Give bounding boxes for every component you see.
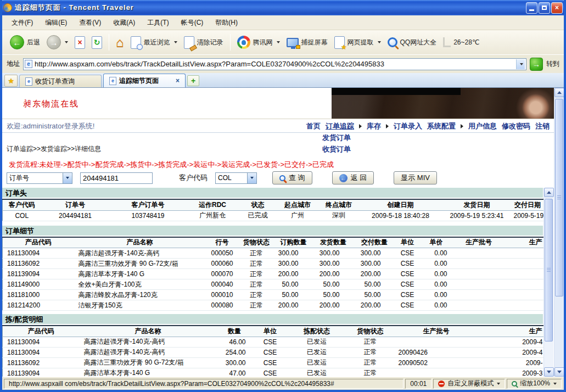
inner-scrollbar-thumb[interactable] [545,199,553,341]
nav-order-entry[interactable]: 订单录入 [394,121,422,131]
cell: 2009-5-19 8 [512,210,543,221]
inner-scroll-down-button[interactable] [544,367,554,377]
order-detail-table: 产品代码产品名称行号货物状态订购数量发货数量交付数量单位单价生产批号生产 181… [2,237,543,311]
go-button[interactable]: → [530,58,543,71]
table-row: 181181000高露洁蜂胶水晶牙膏-120克000010正常50.0050.0… [3,290,543,300]
nav-home[interactable]: 首页 [306,121,321,131]
return-button[interactable]: ← 返 回 [332,171,374,184]
cell [505,279,543,290]
address-dropdown-button[interactable] [516,59,525,69]
section-title-order-header: 订单头 [2,188,543,199]
submenu-arrow-icon [359,124,362,128]
close-button[interactable]: × [551,2,563,14]
cell [453,259,505,269]
select-dropdown-button[interactable] [247,173,256,183]
column-header: 产品名称 [74,237,206,248]
stop-button[interactable]: × [71,35,88,51]
maximize-button[interactable] [539,2,550,14]
submenu-receiving-orders[interactable]: 收货订单 [322,144,351,154]
cell: 正常 [346,347,395,357]
tencent-site-button[interactable]: 腾讯网 [234,34,283,51]
block-mode-control[interactable]: 自定义屏蔽模式 [433,379,505,389]
cell [453,248,505,259]
qq-sites-button[interactable]: QQ网址大全 [384,36,440,49]
nav-order-tracking[interactable]: 订单追踪 [326,121,354,131]
column-header: 生产 [505,237,543,248]
cell: 200.00 [354,300,395,311]
cell: 广州 [277,210,318,221]
minimize-button[interactable] [526,2,537,14]
status-url: http://www.aspxaill com/ebs/track/TrackD… [4,379,404,389]
menu-favorites[interactable]: 收藏(A) [107,16,141,30]
tab-receiving-order-query[interactable]: e 收货订单查询 [19,75,102,87]
clear-history-button[interactable]: 清除记录 [181,35,227,51]
cell: 正常 [239,300,274,311]
menu-tools[interactable]: 工具(T) [141,16,175,30]
cell: 50.00 [274,290,313,300]
plus-icon: + [191,76,195,85]
search-button[interactable]: 查 询 [272,171,312,184]
page-extract-button[interactable]: ★ 网页提取 [331,35,384,51]
favorites-button[interactable]: ★ [4,75,18,87]
cell: COL [3,210,41,221]
tencent-logo-icon [237,36,250,49]
home-icon: ⌂ [116,36,124,49]
forward-icon: → [47,35,61,49]
cell: 181130094 [3,347,80,357]
table-row: COL204494181103748419广州新仓已完成广州深圳2009-5-1… [3,210,543,221]
refresh-button[interactable]: ↻ [88,35,105,51]
cell: 0.00 [420,248,453,259]
home-button[interactable]: ⌂ [113,34,127,51]
return-icon: ← [339,174,348,182]
recent-history-button[interactable]: 最近浏览 [127,35,181,51]
tab-label: 收货订单查询 [35,77,75,86]
menu-account[interactable]: 帐号(C) [175,16,210,30]
order-type-select[interactable]: 订单号 [7,172,72,184]
capture-screen-button[interactable]: 捕捉屏幕 [283,36,331,49]
tab-close-icon[interactable]: × [176,77,180,85]
table-row: 181214200洁银牙膏150克000080正常200.00200.00200… [3,300,543,311]
cell: 204494181 [41,210,110,221]
browser-scroll-up-button[interactable] [554,88,564,97]
address-input-wrap: e [23,58,526,70]
nav-system-config[interactable]: 系统配置 [427,121,456,131]
nav-logout[interactable]: 注销 [535,121,550,131]
menu-view[interactable]: 查看(V) [73,16,107,30]
browser-scrollbar[interactable] [554,88,564,377]
column-header: 单位 [395,237,420,248]
show-miv-button[interactable]: 显示 MIV [394,171,437,184]
cell: 000050 [206,248,239,259]
customer-code-select[interactable]: COL [215,172,257,184]
nav-inventory[interactable]: 库存 [367,121,381,131]
inner-scrollbar[interactable] [543,188,553,377]
nav-change-password[interactable]: 修改密码 [502,121,530,131]
select-dropdown-button[interactable] [63,173,72,183]
cell: CSE [395,290,420,300]
submenu-shipping-orders[interactable]: 发货订单 [322,133,351,143]
order-number-input[interactable] [80,172,153,184]
tab-tracking-detail[interactable]: e 追踪细节页面 × [103,74,186,87]
cell: 2009-3 [478,368,543,377]
cell: 已发运 [288,337,346,347]
menu-edit[interactable]: 编辑(E) [39,16,73,30]
inner-scroll-up-button[interactable] [544,188,554,197]
browser-scrollbar-thumb[interactable] [555,99,563,296]
nav-user-info[interactable]: 用户信息 [468,121,497,131]
menu-file[interactable]: 文件(F) [5,16,39,30]
column-header: 创建日期 [360,199,442,210]
new-tab-button[interactable]: + [187,75,199,86]
cell: 200.00 [274,269,313,279]
forward-button[interactable]: → [43,33,71,51]
address-bar: 地址 e → 转到 [2,54,564,73]
zoom-control[interactable]: 缩放100% [507,379,562,389]
cell: 高露洁草本牙膏-140 G [80,368,217,377]
back-button[interactable]: ← 后退 [7,33,43,51]
menu-help[interactable]: 帮助(H) [209,16,244,30]
cell: 20090426 [395,347,478,357]
block-mode-label: 自定义屏蔽模式 [447,379,494,388]
block-mode-icon [438,380,445,387]
weather-widget[interactable]: 26~28℃ [440,36,483,49]
browser-scroll-down-button[interactable] [554,367,564,377]
address-input[interactable] [35,60,516,68]
table-row: 181130094高露洁超强牙膏-140克-高钙46.00CSE已发运正常200… [3,337,543,347]
